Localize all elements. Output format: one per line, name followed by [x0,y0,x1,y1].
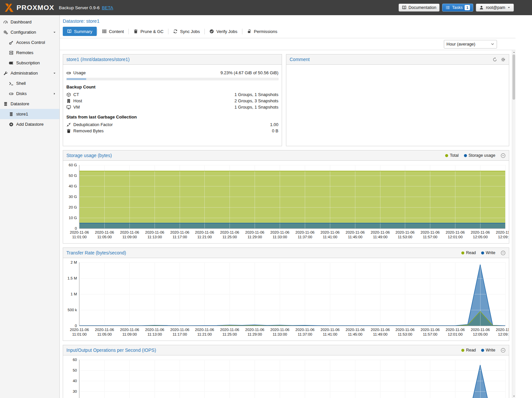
svg-text:2020-11-06: 2020-11-06 [195,230,214,234]
tab-verify-jobs[interactable]: Verify Jobs [205,27,242,36]
tab-label: Summary [74,29,92,34]
hdd-icon [66,71,71,75]
collapse-icon[interactable] [501,153,506,158]
scroll-up-arrow[interactable] [512,50,515,54]
terminal-icon [9,81,14,86]
svg-text:2020-11-06: 2020-11-06 [70,328,89,332]
transfer-rate-chart-title: Transfer Rate (bytes/second) [66,250,126,255]
beta-link[interactable]: BETA [102,5,113,10]
svg-text:2020-11-06: 2020-11-06 [70,230,89,234]
tasks-icon [445,5,450,10]
stat-row-deduplication-factor: Deduplication Factor1.00 [66,121,278,128]
tab-permissions[interactable]: Permissions [243,27,282,36]
svg-text:11:57:00: 11:57:00 [423,332,438,336]
svg-text:11:05:00: 11:05:00 [97,332,112,336]
sidebar-item-label: Datastore [11,101,29,106]
caret-down-icon[interactable] [53,31,56,34]
collapse-icon[interactable] [501,348,506,353]
tab-prune-gc[interactable]: Prune & GC [129,27,168,36]
transfer-rate-chart-header: Transfer Rate (bytes/second) Read Write [63,248,509,258]
svg-text:12:01:00: 12:01:00 [448,235,463,239]
timeframe-select[interactable]: Hour (average) [444,40,497,49]
stat-value: 2 Groups, 3 Snapshots [234,98,278,103]
svg-text:2 M: 2 M [71,260,77,264]
stat-row-vm: VM1 Groups, 1 Snapshots [66,104,278,110]
sidebar-item-label: Add Datastore [16,122,44,127]
usage-row: Usage 9.23% (4.67 GiB of 50.56 GiB) [66,70,278,76]
tab-summary[interactable]: Summary [63,27,97,36]
legend-write: Write [481,348,495,352]
usage-label: Usage [73,70,86,75]
chart-toolbar: Hour (average) [60,38,515,50]
legend-dot-read [461,251,464,254]
summary-panel-title: store1 (/mnt/datastores/store1) [66,57,129,62]
user-menu-button[interactable]: root@pam [476,4,514,12]
sidebar-item-datastore[interactable]: Datastore [0,99,59,109]
legend-dot-write [481,251,484,254]
documentation-button[interactable]: Documentation [399,4,440,12]
svg-text:2020-11-06: 2020-11-06 [270,230,290,234]
stat-label: CT [73,92,79,97]
trash-icon [133,29,138,34]
stat-label: Deduplication Factor [73,122,113,127]
sidebar-item-store1[interactable]: store1 [0,109,59,119]
sidebar-item-administration[interactable]: Administration [0,68,59,78]
legend-dot-total [445,154,448,157]
comment-panel-title: Comment [290,57,310,62]
refresh-icon[interactable] [492,57,497,62]
gears-icon [3,30,8,35]
stat-label: Host [73,98,82,103]
sidebar-item-configuration[interactable]: Configuration [0,27,59,37]
sidebar-item-add-datastore[interactable]: Add Datastore [0,119,59,129]
svg-text:1 M: 1 M [71,292,77,296]
svg-text:11:49:00: 11:49:00 [373,235,388,239]
lock-icon [247,29,252,34]
sidebar-item-subscription[interactable]: Subscription [0,58,59,68]
svg-text:2020-11-06: 2020-11-06 [471,230,490,234]
svg-text:11:01:00: 11:01:00 [72,332,87,336]
tab-sync-jobs[interactable]: Sync Jobs [169,27,204,36]
svg-text:40 G: 40 G [69,184,77,188]
tab-content[interactable]: Content [98,27,128,36]
collapse-icon[interactable] [501,250,506,255]
stat-value: 1.00 [270,122,278,127]
caret-down-icon[interactable] [53,72,56,75]
svg-text:10 G: 10 G [69,216,77,220]
gear-icon[interactable] [501,57,506,62]
tab-label: Verify Jobs [216,29,237,34]
storage-usage-chart-title: Storage usage (bytes) [66,153,112,158]
hdd-icon [9,91,14,96]
svg-text:2020-11-06: 2020-11-06 [245,328,265,332]
tab-separator [242,29,242,34]
sidebar-item-disks[interactable]: Disks [0,88,59,99]
sidebar-item-dashboard[interactable]: Dashboard [0,17,59,27]
book-icon [402,5,407,10]
caret-right-icon[interactable] [53,92,56,95]
main-content: Datastore: store1 SummaryContentPrune & … [60,15,515,398]
svg-text:2020-11-06: 2020-11-06 [220,230,239,234]
building-icon [66,99,71,103]
sidebar-item-label: Remotes [16,50,33,55]
svg-text:2020-11-06: 2020-11-06 [496,328,509,332]
brand-name: PROXMOX [17,4,54,12]
svg-text:20 G: 20 G [69,205,77,209]
sidebar-item-label: Disks [16,91,27,96]
sidebar-item-shell[interactable]: Shell [0,78,59,88]
sidebar-item-access-control[interactable]: Access Control [0,37,59,48]
scrollbar-thumb[interactable] [513,54,515,100]
svg-text:2020-11-06: 2020-11-06 [120,230,139,234]
svg-text:12:05:00: 12:05:00 [473,332,488,336]
sidebar-item-label: Configuration [11,30,36,35]
svg-text:2020-11-06: 2020-11-06 [321,328,340,332]
tasks-button[interactable]: Tasks 1 [442,4,473,12]
iops-chart: 01020304050602020-11-0611:01:002020-11-0… [63,356,509,398]
svg-text:11:05:00: 11:05:00 [97,235,112,239]
tab-label: Content [109,29,124,34]
sidebar-item-remotes[interactable]: Remotes [0,48,59,58]
tab-separator [204,29,205,34]
scroll-down-arrow[interactable] [512,394,515,398]
svg-text:40: 40 [73,379,77,383]
iops-chart-panel: Input/Output Operations per Second (IOPS… [63,345,509,398]
svg-text:11:41:00: 11:41:00 [323,332,337,336]
vertical-scrollbar[interactable] [512,50,515,398]
